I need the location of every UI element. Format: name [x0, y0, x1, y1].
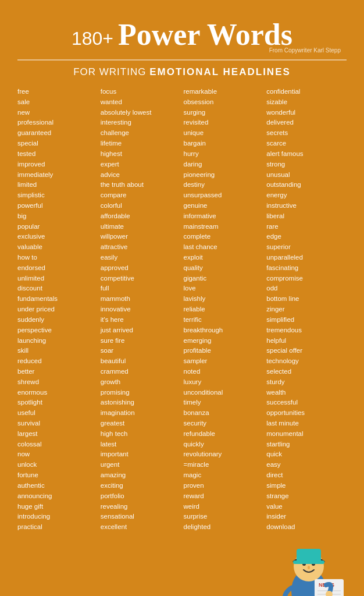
- word-item: latest: [101, 439, 181, 450]
- word-item: fundamentals: [17, 294, 98, 304]
- word-item: survival: [17, 418, 98, 429]
- word-item: the truth about: [101, 180, 181, 190]
- word-item: attractive: [101, 242, 181, 253]
- word-item: bottom line: [266, 294, 347, 304]
- word-item: special offer: [266, 346, 347, 356]
- word-item: zinger: [266, 304, 347, 315]
- word-item: improved: [17, 159, 98, 170]
- word-item: enormous: [17, 388, 98, 398]
- word-item: wonderful: [266, 108, 347, 118]
- word-item: discount: [17, 283, 98, 294]
- main-container: 180+ Power Words From Copywriter Karl St…: [0, 0, 364, 596]
- word-item: exciting: [101, 481, 181, 491]
- word-item: sampler: [184, 356, 264, 367]
- word-item: delighted: [184, 522, 264, 533]
- word-item: luxury: [184, 377, 264, 388]
- word-item: just arrived: [101, 325, 181, 336]
- word-item: instructive: [266, 201, 347, 211]
- word-item: under priced: [17, 304, 98, 315]
- word-item: spotlight: [17, 398, 98, 408]
- word-item: guaranteed: [17, 128, 98, 139]
- word-item: surging: [184, 108, 264, 118]
- word-item: unconditional: [184, 388, 264, 398]
- word-item: complete: [184, 232, 264, 242]
- subtitle-normal: FOR WRITING: [73, 66, 149, 77]
- word-item: breakthrough: [184, 325, 264, 336]
- word-item: liberal: [266, 211, 347, 222]
- word-item: simple: [266, 481, 347, 491]
- word-item: fascinating: [266, 263, 347, 274]
- words-grid: freesalenewprofessionalguaranteedspecial…: [17, 87, 347, 533]
- word-item: sensational: [101, 512, 181, 522]
- word-item: huge gift: [17, 502, 98, 512]
- word-item: selected: [266, 367, 347, 377]
- word-item: insider: [266, 512, 347, 522]
- word-item: magic: [184, 470, 264, 481]
- word-item: launching: [17, 336, 98, 346]
- word-item: easily: [101, 253, 181, 263]
- word-item: energy: [266, 190, 347, 201]
- word-item: new: [17, 108, 98, 118]
- word-item: important: [101, 449, 181, 460]
- word-item: lifetime: [101, 139, 181, 149]
- subtitle-bold: EMOTIONAL HEADLINES: [149, 66, 291, 77]
- word-item: refundable: [184, 429, 264, 439]
- word-item: skill: [17, 346, 98, 356]
- word-item: useful: [17, 408, 98, 418]
- word-item: reliable: [184, 304, 264, 315]
- word-item: weird: [184, 502, 264, 512]
- word-item: unlimited: [17, 274, 98, 284]
- word-item: strange: [266, 491, 347, 502]
- word-item: unusual: [266, 170, 347, 180]
- word-item: innovative: [101, 304, 181, 315]
- word-item: highest: [101, 149, 181, 159]
- word-item: it's here: [101, 315, 181, 325]
- word-item: shrewd: [17, 377, 98, 388]
- word-item: sure fire: [101, 336, 181, 346]
- word-item: wanted: [101, 97, 181, 108]
- word-item: noted: [184, 367, 264, 377]
- title-main: Power Words: [118, 17, 292, 52]
- word-item: colossal: [17, 439, 98, 450]
- word-item: download: [266, 522, 347, 533]
- word-item: soar: [101, 346, 181, 356]
- word-item: competitive: [101, 274, 181, 284]
- word-item: largest: [17, 429, 98, 439]
- word-item: portfolio: [101, 491, 181, 502]
- word-item: surprise: [184, 512, 264, 522]
- word-item: successful: [266, 398, 347, 408]
- word-item: focus: [101, 87, 181, 97]
- word-item: affordable: [101, 211, 181, 222]
- word-item: powerful: [17, 201, 98, 211]
- word-item: security: [184, 418, 264, 429]
- header: 180+ Power Words From Copywriter Karl St…: [17, 17, 347, 78]
- word-item: rare: [266, 222, 347, 232]
- word-item: compare: [101, 190, 181, 201]
- word-item: emerging: [184, 336, 264, 346]
- word-item: remarkable: [184, 87, 264, 97]
- word-item: mainstream: [184, 222, 264, 232]
- word-item: love: [184, 283, 264, 294]
- word-item: timely: [184, 398, 264, 408]
- word-item: tremendous: [266, 325, 347, 336]
- title-number: 180+: [72, 28, 113, 49]
- word-item: technology: [266, 356, 347, 367]
- word-item: amazing: [101, 470, 181, 481]
- word-item: =miracle: [184, 460, 264, 470]
- word-item: secrets: [266, 128, 347, 139]
- word-item: direct: [266, 470, 347, 481]
- word-item: reward: [184, 491, 264, 502]
- word-item: daring: [184, 159, 264, 170]
- word-item: free: [17, 87, 98, 97]
- word-item: value: [266, 502, 347, 512]
- subtitle: FOR WRITING EMOTIONAL HEADLINES: [17, 66, 347, 78]
- word-item: unparalleled: [266, 253, 347, 263]
- word-item: expert: [101, 159, 181, 170]
- word-item: announcing: [17, 491, 98, 502]
- word-item: simplistic: [17, 190, 98, 201]
- footer-area: @CoSchedule – CoSchedule.com: [17, 544, 347, 596]
- word-item: helpful: [266, 336, 347, 346]
- word-item: endorsed: [17, 263, 98, 274]
- word-item: willpower: [101, 232, 181, 242]
- word-item: suddenly: [17, 315, 98, 325]
